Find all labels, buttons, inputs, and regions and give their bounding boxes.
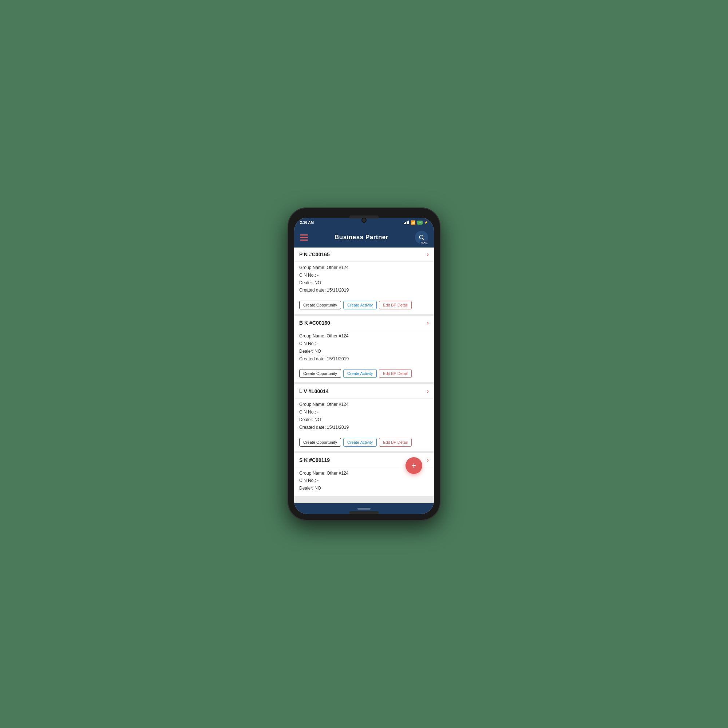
bp-field-dealer-1: Dealer: NO bbox=[299, 280, 429, 286]
svg-line-1 bbox=[423, 239, 424, 240]
create-activity-button-1[interactable]: Create Activity bbox=[343, 301, 377, 309]
front-camera bbox=[361, 218, 367, 223]
bp-field-created-3: Created date: 15/11/2019 bbox=[299, 424, 429, 431]
edit-bp-detail-button-1[interactable]: Edit BP Detail bbox=[379, 301, 412, 309]
search-icon bbox=[418, 234, 425, 241]
bp-title-1: P N #C00165 bbox=[299, 252, 330, 257]
bp-field-cin-1: CIN No.: - bbox=[299, 272, 429, 278]
bp-field-group-2: Group Name: Other #124 bbox=[299, 333, 429, 339]
chevron-right-icon-2: › bbox=[427, 320, 429, 326]
bp-field-dealer-3: Dealer: NO bbox=[299, 417, 429, 423]
content-area[interactable]: P N #C00165 › Group Name: Other #124 CIN… bbox=[294, 248, 434, 503]
hamburger-button[interactable] bbox=[300, 234, 308, 241]
bp-field-dealer-4: Dealer: NO bbox=[299, 485, 429, 491]
bp-title-4: S K #C00119 bbox=[299, 457, 330, 463]
bp-card-2: B K #C00160 › Group Name: Other #124 CIN… bbox=[294, 316, 434, 382]
create-opportunity-button-1[interactable]: Create Opportunity bbox=[299, 301, 341, 309]
chevron-right-icon-3: › bbox=[427, 388, 429, 395]
app-header: Business Partner 0001 bbox=[294, 227, 434, 248]
signal-icon bbox=[404, 220, 409, 224]
search-badge: 0001 bbox=[420, 241, 429, 245]
create-opportunity-button-3[interactable]: Create Opportunity bbox=[299, 438, 341, 447]
svg-point-0 bbox=[419, 235, 423, 239]
speaker-bottom bbox=[349, 511, 379, 514]
chevron-right-icon-1: › bbox=[427, 251, 429, 258]
charging-icon: ⚡ bbox=[424, 220, 428, 224]
bp-field-dealer-2: Dealer: NO bbox=[299, 348, 429, 355]
bp-card-header-3[interactable]: L V #L00014 › bbox=[294, 384, 434, 399]
phone-screen: 2:36 AM 📶 74 ⚡ B bbox=[294, 218, 434, 514]
search-button[interactable]: 0001 bbox=[415, 231, 428, 244]
edit-bp-detail-button-2[interactable]: Edit BP Detail bbox=[379, 369, 412, 378]
bp-card-3: L V #L00014 › Group Name: Other #124 CIN… bbox=[294, 384, 434, 451]
bp-card-header-2[interactable]: B K #C00160 › bbox=[294, 316, 434, 330]
wifi-icon: 📶 bbox=[411, 220, 416, 225]
phone-frame: 2:36 AM 📶 74 ⚡ B bbox=[288, 208, 440, 520]
bp-field-created-2: Created date: 15/11/2019 bbox=[299, 356, 429, 362]
bp-field-cin-3: CIN No.: - bbox=[299, 409, 429, 415]
create-activity-button-3[interactable]: Create Activity bbox=[343, 438, 377, 447]
create-opportunity-button-2[interactable]: Create Opportunity bbox=[299, 369, 341, 378]
bp-card-body-1: Group Name: Other #124 CIN No.: - Dealer… bbox=[294, 262, 434, 298]
bp-field-group-1: Group Name: Other #124 bbox=[299, 265, 429, 271]
battery-icon: 74 bbox=[417, 220, 423, 225]
status-time: 2:36 AM bbox=[300, 220, 314, 225]
bp-card-body-3: Group Name: Other #124 CIN No.: - Dealer… bbox=[294, 399, 434, 434]
bp-actions-1: Create Opportunity Create Activity Edit … bbox=[294, 298, 434, 314]
bp-field-cin-4: CIN No.: - bbox=[299, 477, 429, 484]
edit-bp-detail-button-3[interactable]: Edit BP Detail bbox=[379, 438, 412, 447]
fab-add-button[interactable]: + bbox=[405, 457, 422, 474]
home-indicator bbox=[358, 508, 370, 509]
bp-card-1: P N #C00165 › Group Name: Other #124 CIN… bbox=[294, 248, 434, 314]
status-icons: 📶 74 ⚡ bbox=[404, 220, 428, 225]
bp-field-cin-2: CIN No.: - bbox=[299, 341, 429, 347]
create-activity-button-2[interactable]: Create Activity bbox=[343, 369, 377, 378]
bp-card-body-2: Group Name: Other #124 CIN No.: - Dealer… bbox=[294, 330, 434, 366]
bp-actions-3: Create Opportunity Create Activity Edit … bbox=[294, 435, 434, 451]
page-title: Business Partner bbox=[335, 234, 388, 241]
bp-title-3: L V #L00014 bbox=[299, 388, 329, 394]
bp-field-group-3: Group Name: Other #124 bbox=[299, 401, 429, 408]
bp-title-2: B K #C00160 bbox=[299, 320, 330, 326]
chevron-right-icon-4: › bbox=[427, 457, 429, 463]
bp-card-header-1[interactable]: P N #C00165 › bbox=[294, 248, 434, 262]
bp-actions-2: Create Opportunity Create Activity Edit … bbox=[294, 366, 434, 382]
bp-field-created-1: Created date: 15/11/2019 bbox=[299, 287, 429, 294]
